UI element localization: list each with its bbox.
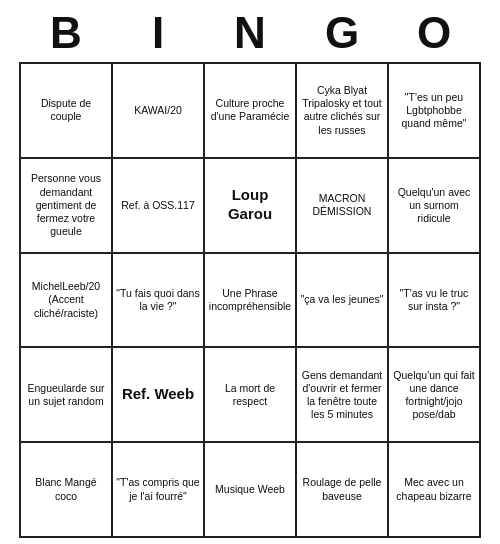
- bingo-header: B I N G O: [20, 0, 480, 62]
- bingo-cell-21: "T'as compris que je l'ai fourré": [112, 442, 204, 537]
- bingo-cell-8: MACRON DÉMISSION: [296, 158, 388, 253]
- bingo-cell-14: "T'as vu le truc sur insta ?": [388, 253, 480, 348]
- letter-g: G: [312, 8, 372, 58]
- bingo-cell-19: Quelqu'un qui fait une dance fortnight/j…: [388, 347, 480, 442]
- letter-b: B: [36, 8, 96, 58]
- bingo-cell-23: Roulage de pelle baveuse: [296, 442, 388, 537]
- bingo-cell-5: Personne vous demandant gentiment de fer…: [20, 158, 112, 253]
- bingo-cell-13: "ça va les jeunes": [296, 253, 388, 348]
- bingo-cell-2: Culture proche d'une Paramécie: [204, 63, 296, 158]
- bingo-cell-22: Musique Weeb: [204, 442, 296, 537]
- bingo-cell-4: "T'es un peu Lgbtphobbe quand même": [388, 63, 480, 158]
- bingo-cell-9: Quelqu'un avec un surnom ridicule: [388, 158, 480, 253]
- bingo-cell-18: Gens demandant d'ouvrir et fermer la fen…: [296, 347, 388, 442]
- bingo-cell-17: La mort de respect: [204, 347, 296, 442]
- bingo-cell-24: Mec avec un chapeau bizarre: [388, 442, 480, 537]
- bingo-cell-6: Ref. à OSS.117: [112, 158, 204, 253]
- bingo-cell-3: Cyka Blyat Tripalosky et tout autre clic…: [296, 63, 388, 158]
- bingo-cell-1: KAWAI/20: [112, 63, 204, 158]
- bingo-cell-16: Ref. Weeb: [112, 347, 204, 442]
- bingo-cell-0: Dispute de couple: [20, 63, 112, 158]
- bingo-cell-20: Blanc Mangé coco: [20, 442, 112, 537]
- bingo-cell-15: Engueularde sur un sujet random: [20, 347, 112, 442]
- bingo-grid: Dispute de coupleKAWAI/20Culture proche …: [19, 62, 481, 538]
- letter-n: N: [220, 8, 280, 58]
- letter-i: I: [128, 8, 188, 58]
- letter-o: O: [404, 8, 464, 58]
- bingo-cell-11: "Tu fais quoi dans la vie ?": [112, 253, 204, 348]
- bingo-cell-12: Une Phrase incompréhensible: [204, 253, 296, 348]
- bingo-cell-10: MichelLeeb/20 (Accent cliché/raciste): [20, 253, 112, 348]
- bingo-cell-7: Loup Garou: [204, 158, 296, 253]
